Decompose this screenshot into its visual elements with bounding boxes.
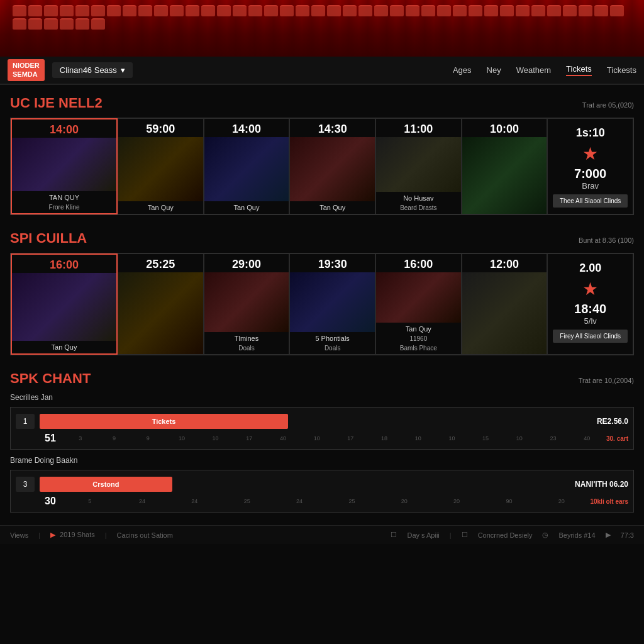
grid-cell-2-2[interactable]: 29:00 Tlmines Doals: [204, 253, 290, 355]
footer-checkbox-icon2: ☐: [462, 531, 468, 539]
section2-title: SPI CUILLA: [10, 230, 87, 247]
cell-sub: 11960: [376, 335, 461, 345]
footer-checkbox-icon: ☐: [391, 531, 397, 539]
cell-time: 59:00: [118, 119, 203, 137]
big-time: 7:000: [574, 167, 606, 181]
hero-banner: [0, 0, 644, 57]
grid-cell-2-0[interactable]: 16:00 Tan Quy: [11, 253, 118, 355]
footer-item6: Beyrids #14: [558, 531, 595, 539]
cell-title: TAN QUY: [12, 191, 116, 204]
cell-time: 2.00: [574, 258, 606, 276]
cell-poster: [12, 138, 116, 191]
section3-meta: Trat are 10,(2004): [579, 377, 634, 384]
cell-title: Tan Quy: [290, 201, 375, 214]
timeline-bar[interactable]: Crstond: [40, 477, 172, 492]
cell-sub: Beard Drasts: [376, 204, 461, 214]
cell-extra: Bamls Phace: [376, 345, 461, 354]
cell-time: 1s:10: [571, 123, 610, 141]
star-icon: ★: [582, 143, 598, 164]
section3-title: SPK CHANT: [10, 370, 91, 387]
cell-poster: [204, 272, 289, 332]
row-number: 3: [16, 477, 35, 492]
row-number: 1: [16, 414, 35, 429]
grid-cell-1-0[interactable]: 14:00 TAN QUY Frore Kline: [11, 118, 118, 214]
footer-play2: ▶: [606, 531, 611, 539]
grid-cell-1-4[interactable]: 11:00 No Husav Beard Drasts: [375, 118, 462, 214]
cell-poster: [118, 137, 203, 201]
timeline-row1-header: 1 Tickets RE2.56.0: [11, 411, 633, 431]
grid-cell-1-2[interactable]: 14:00 Tan Quy: [204, 118, 290, 214]
footer-views: Views: [10, 531, 28, 539]
section3: SPK CHANT Trat are 10,(2004) Secrilles J…: [10, 370, 634, 513]
timeline-row-1: 1 Tickets RE2.56.0 51 3 9 9 10 10 17 40 …: [10, 407, 634, 450]
cell-poster: [462, 137, 547, 214]
footer-right: ☐ Day s Apiii | ☐ Concrned Desiely ◷ Bey…: [391, 531, 634, 539]
cell-time: 14:00: [12, 119, 116, 138]
nav-ney[interactable]: Ney: [487, 65, 501, 75]
grid-cell-2-6[interactable]: 2.00 ★ 18:40 5/lv Firey All Slaeol Clind…: [547, 253, 633, 355]
grid-cell-2-3[interactable]: 19:30 5 Phontials Doals: [289, 253, 375, 355]
all-showtimes-button[interactable]: Thee All Slaool Clinds: [553, 194, 628, 208]
timeline-bar[interactable]: Tickets: [40, 414, 288, 429]
left-num: 30: [40, 496, 64, 507]
grid-cell-1-1[interactable]: 59:00 Tan Quy: [118, 118, 204, 214]
navbar: NIODER SEMDA Clinan46 Seass ▾ Ages Ney W…: [0, 57, 644, 85]
cell-title: Tan Quy: [376, 323, 461, 335]
cell-time: 29:00: [204, 254, 289, 272]
nav-tickests[interactable]: Tickests: [607, 65, 636, 75]
cell-poster: [12, 273, 116, 341]
timeline-row2-header: 3 Crstond NANI'ITH 06.20: [11, 474, 633, 494]
footer-item7: 77:3: [621, 531, 634, 539]
cell-time: 14:00: [204, 119, 289, 137]
section2-meta: Bunt at 8.36 (100): [579, 236, 634, 244]
cell-time: 19:30: [290, 254, 375, 272]
grid-cell-1-3[interactable]: 14:30 Tan Quy: [289, 118, 375, 214]
nav-weathem[interactable]: Weathem: [516, 65, 551, 75]
seat-rows: [0, 0, 644, 35]
main-content: UC IJE NELL2 Trat are 05,(020) 14:00 TAN…: [0, 85, 644, 513]
location-dropdown[interactable]: Clinan46 Seass ▾: [52, 62, 133, 78]
section1-header: UC IJE NELL2 Trat are 05,(020): [10, 95, 634, 111]
section3-header: SPK CHANT Trat are 10,(2004): [10, 370, 634, 387]
timeline-value: RE2.56.0: [597, 417, 628, 426]
footer-item4: Day s Apiii: [407, 531, 439, 539]
section1-meta: Trat are 05,(020): [582, 101, 634, 109]
cell-time: 12:00: [462, 254, 547, 272]
grid-cell-2-5[interactable]: 12:00: [462, 253, 548, 355]
big-label: Brav: [582, 181, 599, 191]
cell-time: 10:00: [462, 119, 547, 137]
grid-cell-2-4[interactable]: 16:00 Tan Quy 11960 Bamls Phace: [375, 253, 462, 355]
cinema-grid-2: 16:00 Tan Quy 25:25 29:00 Tlmines Doals …: [10, 253, 634, 355]
nav-ages[interactable]: Ages: [453, 65, 472, 75]
cell-title: Tan Quy: [12, 341, 116, 353]
bar-label: Tickets: [152, 418, 176, 425]
play-icon: ▶: [50, 531, 55, 538]
cell-title: Tlmines: [204, 332, 289, 345]
nav-tickets[interactable]: Tickets: [566, 64, 592, 76]
section3-sublabel: Secrilles Jan: [10, 393, 634, 402]
cell-time: 11:00: [376, 119, 461, 137]
footer-clock-icon: ◷: [542, 531, 548, 539]
footer: Views | ▶ 2019 Shats | Cacins out Satiom…: [0, 525, 644, 544]
row2-label: Brame Doing Baakn: [10, 456, 634, 465]
grid-cell-1-5[interactable]: 10:00: [462, 118, 548, 214]
tick-special: 30. cart: [606, 435, 628, 442]
logo-text: NIODER SEMDA: [13, 62, 40, 78]
nav-links: Ages Ney Weathem Tickets Tickests: [453, 64, 636, 76]
cell-title: Tan Quy: [204, 201, 289, 214]
dropdown-label: Clinan46 Seass: [60, 65, 117, 75]
grid-cell-2-1[interactable]: 25:25: [118, 253, 204, 355]
big-time: 18:40: [574, 302, 606, 316]
footer-item3: Cacins out Satiom: [117, 531, 173, 539]
star-icon: ★: [582, 279, 598, 299]
cell-time: 16:00: [12, 255, 116, 273]
section1-title: UC IJE NELL2: [10, 95, 103, 111]
chevron-down-icon: ▾: [121, 65, 125, 75]
cell-poster: [290, 272, 375, 332]
grid-cell-1-6[interactable]: 1s:10 ★ 7:000 Brav Thee All Slaool Clind…: [547, 118, 633, 214]
all-showtimes-button-2[interactable]: Firey All Slaeol Clinds: [553, 330, 628, 343]
tick-special: 10kli olt ears: [590, 498, 628, 505]
left-num: 51: [40, 433, 64, 444]
cell-title: Tan Quy: [118, 201, 203, 214]
cell-time: 25:25: [118, 254, 203, 272]
